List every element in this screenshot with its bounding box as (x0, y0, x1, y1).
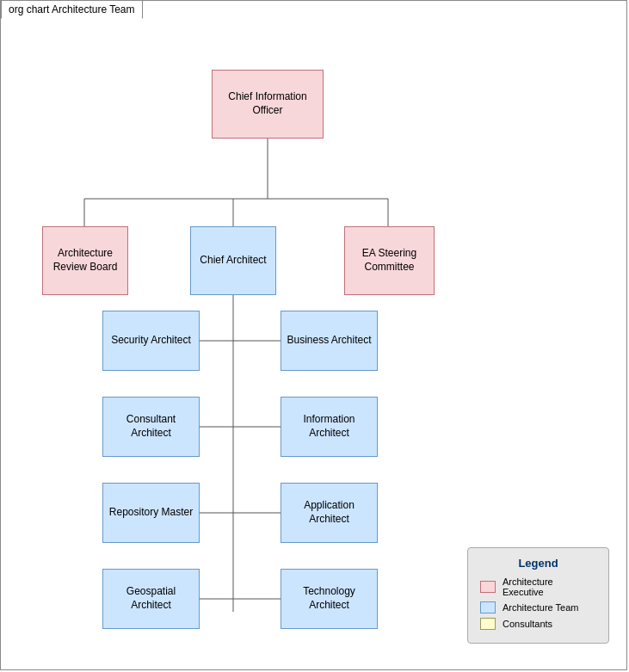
legend-swatch-blue (480, 601, 496, 613)
legend-label-executive: Architecture Executive (503, 576, 596, 597)
node-ta: Technology Architect (281, 569, 378, 629)
node-sa: Security Architect (102, 311, 200, 371)
legend: Legend Architecture Executive Architectu… (467, 547, 609, 644)
node-arb: Architecture Review Board (42, 226, 128, 295)
node-ga: Geospatial Architect (102, 569, 200, 629)
node-ba: Business Architect (281, 311, 378, 371)
legend-swatch-yellow (480, 618, 496, 630)
node-cona: Consultant Architect (102, 397, 200, 457)
chart-container: org chart Architecture Team (0, 0, 627, 670)
legend-item-executive: Architecture Executive (480, 576, 596, 597)
chart-area: Chief Information Officer Architecture R… (1, 18, 626, 669)
legend-title: Legend (480, 557, 596, 570)
legend-label-consultants: Consultants (503, 619, 552, 629)
node-cio: Chief Information Officer (212, 70, 324, 139)
tab-label: org chart Architecture Team (1, 0, 143, 19)
legend-item-consultants: Consultants (480, 618, 596, 630)
node-easc: EA Steering Committee (344, 226, 435, 295)
node-ca: Chief Architect (190, 226, 276, 295)
legend-swatch-pink (480, 581, 496, 593)
legend-item-team: Architecture Team (480, 601, 596, 613)
node-rm: Repository Master (102, 483, 200, 543)
node-ia: Information Architect (281, 397, 378, 457)
node-aa: Application Architect (281, 483, 378, 543)
legend-label-team: Architecture Team (503, 602, 578, 613)
